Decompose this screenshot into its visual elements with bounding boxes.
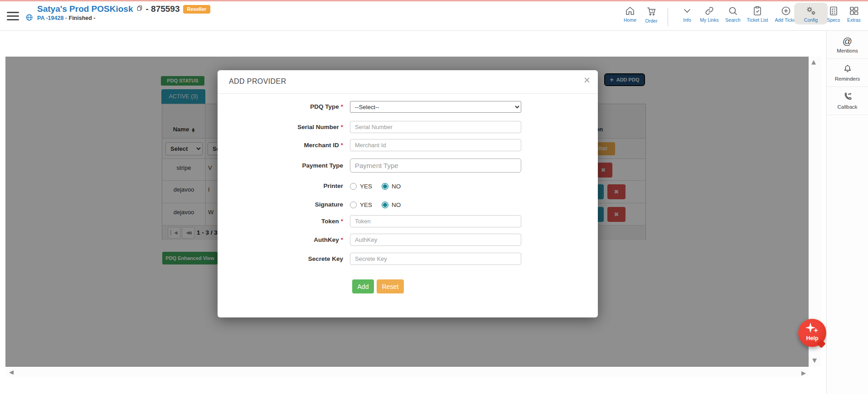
extras-grid-icon bbox=[849, 5, 859, 16]
search-icon bbox=[727, 5, 738, 16]
cart-icon bbox=[645, 5, 657, 17]
printer-no-radio[interactable] bbox=[382, 183, 388, 190]
top-navbar: Satya's Prod POSKiosk - 875593 Reseller … bbox=[0, 1, 868, 31]
serial-number-input[interactable] bbox=[350, 121, 521, 133]
ticket-id: - 875593 bbox=[146, 4, 180, 14]
status-text: Finished - bbox=[69, 15, 96, 21]
field-row-secrete-key: Secrete Key bbox=[228, 253, 587, 265]
field-row-signature: Signature YES NO bbox=[228, 201, 587, 209]
modal-header: ADD PROVIDER × bbox=[218, 70, 598, 94]
close-icon[interactable]: × bbox=[583, 75, 591, 85]
field-row-serial-number: Serial Number* bbox=[228, 121, 587, 133]
required-asterisk: * bbox=[341, 236, 343, 243]
signature-yes-label[interactable]: YES bbox=[360, 202, 372, 208]
project-link[interactable]: PA -19428 - bbox=[37, 15, 67, 21]
sidebar-item-mentions[interactable]: @ Mentions bbox=[827, 31, 868, 59]
mentions-at-icon: @ bbox=[827, 36, 868, 48]
signature-yes-radio[interactable] bbox=[350, 202, 357, 208]
plus-circle-icon bbox=[781, 5, 791, 16]
merchant-id-input[interactable] bbox=[350, 139, 521, 151]
scroll-down-arrow[interactable]: ▼ bbox=[812, 357, 817, 364]
token-input[interactable] bbox=[350, 215, 521, 227]
field-row-merchant-id: Merchant ID* bbox=[228, 139, 587, 151]
modal-title: ADD PROVIDER bbox=[229, 77, 286, 86]
breadcrumb: PA -19428 - Finished - bbox=[37, 15, 210, 21]
signature-no-label[interactable]: NO bbox=[392, 202, 401, 208]
field-row-pdq-type: PDQ Type* --Select-- bbox=[228, 101, 587, 113]
required-asterisk: * bbox=[341, 142, 343, 149]
horizontal-scrollbar: ◀ ▶ bbox=[5, 368, 809, 377]
callback-phone-icon bbox=[827, 92, 868, 104]
field-row-token: Token* bbox=[228, 215, 587, 227]
sidebar-item-callback[interactable]: Callback bbox=[827, 87, 868, 115]
nav-divider bbox=[668, 8, 668, 26]
field-row-payment-type: Payment Type bbox=[228, 159, 587, 173]
field-row-authkey: AuthKey* bbox=[228, 234, 587, 246]
secrete-key-input[interactable] bbox=[350, 253, 521, 265]
ticket-list-icon bbox=[752, 5, 763, 16]
signature-no-radio[interactable] bbox=[382, 202, 388, 208]
link-icon bbox=[704, 5, 715, 16]
sidebar-item-reminders[interactable]: Reminders bbox=[827, 59, 868, 87]
payment-type-input[interactable] bbox=[350, 159, 521, 173]
add-button[interactable]: Add bbox=[352, 279, 374, 293]
printer-no-label[interactable]: NO bbox=[392, 183, 401, 190]
authkey-input[interactable] bbox=[350, 234, 521, 246]
globe-icon bbox=[25, 14, 33, 23]
help-button[interactable]: Help bbox=[798, 319, 826, 347]
required-asterisk: * bbox=[341, 124, 343, 130]
copy-icon[interactable] bbox=[136, 5, 143, 13]
reset-button[interactable]: Reset bbox=[377, 279, 404, 293]
field-row-printer: Printer YES NO bbox=[228, 182, 587, 190]
brand-top-line bbox=[0, 0, 868, 1]
home-icon bbox=[625, 5, 635, 16]
right-sidebar: @ Mentions Reminders Callback bbox=[826, 31, 868, 394]
required-asterisk: * bbox=[341, 218, 343, 225]
add-provider-modal: ADD PROVIDER × PDQ Type* --Select-- Seri… bbox=[218, 70, 598, 317]
nav-extras[interactable]: Extras bbox=[837, 5, 868, 23]
printer-yes-radio[interactable] bbox=[350, 183, 357, 190]
pdq-type-select[interactable]: --Select-- bbox=[350, 101, 521, 113]
reseller-badge: Reseller bbox=[183, 5, 211, 14]
scroll-up-arrow[interactable]: ▲ bbox=[811, 58, 816, 65]
chevron-down-icon bbox=[682, 5, 693, 16]
gears-icon bbox=[805, 5, 817, 16]
nav-order[interactable]: Order bbox=[635, 5, 668, 24]
required-asterisk: * bbox=[341, 103, 343, 110]
hamburger-menu-icon[interactable] bbox=[7, 12, 19, 20]
scroll-right-arrow[interactable]: ▶ bbox=[801, 370, 806, 376]
page-title[interactable]: Satya's Prod POSKiosk bbox=[37, 4, 133, 14]
scroll-left-arrow[interactable]: ◀ bbox=[9, 369, 14, 375]
printer-yes-label[interactable]: YES bbox=[360, 183, 372, 190]
bell-icon bbox=[827, 64, 868, 76]
